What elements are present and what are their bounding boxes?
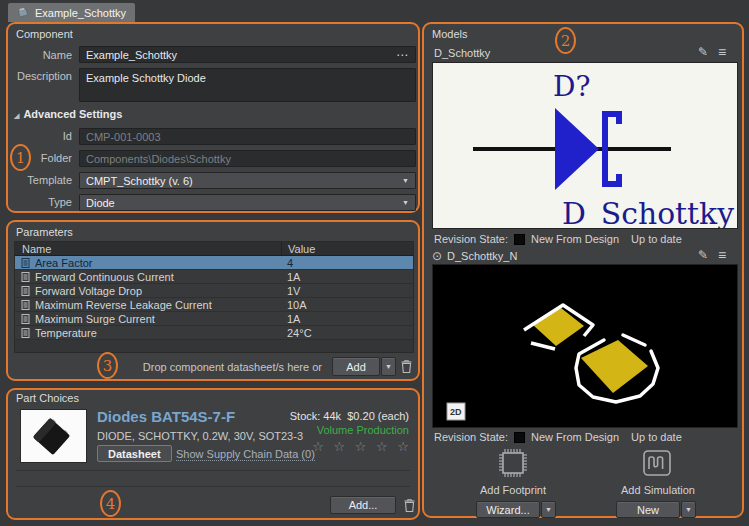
- rating-stars[interactable]: ☆ ☆ ☆ ☆ ☆: [312, 439, 412, 454]
- expand-icon: ◢: [14, 112, 19, 119]
- footprint-menu-icon[interactable]: ≡: [718, 248, 726, 262]
- description-label: Description: [8, 70, 72, 82]
- id-input: CMP-001-0003: [79, 128, 416, 145]
- type-value: Diode: [86, 197, 115, 209]
- type-select[interactable]: Diode ▼: [79, 194, 416, 211]
- parameter-icon: [21, 314, 30, 324]
- chevron-down-icon: ▼: [545, 506, 552, 513]
- name-input[interactable]: Example_Schottky ⋯: [79, 46, 416, 63]
- parameter-icon: [21, 300, 30, 310]
- annotation-circle-4: 4: [100, 490, 121, 517]
- footprint-wizard-button[interactable]: Wizard...: [476, 501, 540, 518]
- description-input[interactable]: Example Schottky Diode: [79, 68, 416, 102]
- parameter-icon: [21, 286, 30, 296]
- supply-chain-link[interactable]: Show Supply Chain Data (0): [176, 448, 315, 461]
- parameter-name: Area Factor: [35, 257, 92, 269]
- add-part-choice-button[interactable]: Add...: [330, 496, 396, 514]
- revision-state-value: New From Design: [531, 233, 619, 245]
- parameter-name: Maximum Surge Current: [35, 313, 155, 325]
- datasheet-button[interactable]: Datasheet: [97, 445, 172, 462]
- id-value: CMP-001-0003: [86, 131, 161, 143]
- template-label: Template: [8, 174, 72, 186]
- parameters-table-header: Name Value: [15, 242, 413, 256]
- chevron-down-icon: ▼: [402, 177, 409, 184]
- part-title[interactable]: Diodes BAT54S-7-F: [97, 408, 235, 425]
- symbol-designator: D?: [553, 70, 590, 103]
- parameter-name: Forward Continuous Current: [35, 271, 174, 283]
- column-name[interactable]: Name: [15, 242, 281, 255]
- models-header: Models: [432, 28, 467, 40]
- add-simulation-label[interactable]: Add Simulation: [593, 484, 723, 496]
- diode-triangle: [555, 108, 599, 190]
- folder-input: Components\Diodes\Schottky: [79, 150, 416, 167]
- folder-value: Components\Diodes\Schottky: [86, 153, 231, 165]
- advanced-settings-header[interactable]: ◢Advanced Settings: [14, 108, 122, 120]
- revision-state-swatch: [514, 432, 525, 443]
- advanced-settings-label: Advanced Settings: [23, 108, 122, 120]
- part-choices-section: Part Choices Diodes BAT54S-7-F DIODE, SC…: [6, 388, 420, 520]
- revision-state-label: Revision State:: [434, 431, 508, 443]
- symbol-revision-line: Revision State: New From Design Up to da…: [434, 233, 682, 245]
- delete-parameter-icon[interactable]: [400, 359, 413, 374]
- table-row[interactable]: Forward Voltage Drop 1V: [15, 284, 413, 298]
- simulation-new-dropdown[interactable]: ▼: [681, 501, 696, 518]
- status-badge: Volume Production: [317, 424, 409, 436]
- description-value: Example Schottky Diode: [86, 72, 206, 84]
- table-row[interactable]: Area Factor 4: [15, 256, 413, 270]
- template-value: CMPT_Schottky (v. 6): [86, 175, 193, 187]
- drop-datasheet-hint: Drop component datasheet/s here or: [143, 361, 322, 373]
- revision-state-label: Revision State:: [434, 233, 508, 245]
- table-row[interactable]: Maximum Reverse Leakage Current 10A: [15, 298, 413, 312]
- part-image: [20, 409, 87, 463]
- delete-part-choice-icon[interactable]: [403, 498, 416, 513]
- parameter-icon: [21, 258, 30, 268]
- add-parameter-dropdown[interactable]: ▼: [381, 357, 396, 376]
- add-simulation-icon[interactable]: [640, 448, 674, 478]
- simulation-new-button[interactable]: New: [616, 501, 680, 518]
- parameter-name: Forward Voltage Drop: [35, 285, 142, 297]
- part-description: DIODE, SCHOTTKY, 0.2W, 30V, SOT23-3: [97, 430, 303, 442]
- symbol-menu-icon[interactable]: ≡: [718, 45, 726, 59]
- parameter-name: Maximum Reverse Leakage Current: [35, 299, 212, 311]
- chevron-down-icon: ▼: [385, 363, 392, 370]
- annotation-circle-2: 2: [555, 27, 576, 54]
- component-section: Component Name Example_Schottky ⋯ Descri…: [6, 22, 420, 213]
- more-button[interactable]: ⋯: [396, 48, 409, 62]
- part-choices-header: Part Choices: [16, 392, 79, 404]
- table-row[interactable]: Temperature 24°C: [15, 326, 413, 340]
- chevron-down-icon: ▼: [402, 199, 409, 206]
- id-label: Id: [8, 130, 72, 142]
- revision-status: Up to date: [631, 233, 682, 245]
- table-row[interactable]: Maximum Surge Current 1A: [15, 312, 413, 326]
- edit-symbol-icon[interactable]: ✎: [698, 46, 708, 58]
- table-row[interactable]: Forward Continuous Current 1A: [15, 270, 413, 284]
- revision-state-value: New From Design: [531, 431, 619, 443]
- add-footprint-label[interactable]: Add Footprint: [448, 484, 578, 496]
- parameter-value: 1V: [281, 285, 300, 297]
- symbol-caption: D_Schottky: [562, 196, 734, 229]
- silkscreen-outline: [623, 335, 645, 345]
- edit-footprint-icon[interactable]: ✎: [698, 249, 708, 261]
- column-value[interactable]: Value: [281, 242, 315, 255]
- models-section: Models D_Schottky ✎ ≡ D? D_Schottky Revi…: [422, 22, 744, 518]
- parameters-section: Parameters Name Value Area Factor 4 Forw…: [6, 220, 420, 381]
- add-parameter-button[interactable]: Add: [332, 357, 380, 376]
- footprint-wizard-dropdown[interactable]: ▼: [541, 501, 556, 518]
- template-select[interactable]: CMPT_Schottky (v. 6) ▼: [79, 172, 416, 189]
- parameter-icon: [21, 272, 30, 282]
- name-label: Name: [8, 49, 72, 61]
- parameter-value: 4: [281, 257, 293, 269]
- revision-state-swatch: [514, 234, 525, 245]
- type-label: Type: [8, 196, 72, 208]
- tab-example-schottky[interactable]: Example_Schottky: [8, 3, 135, 22]
- footprint-revision-line: Revision State: New From Design Up to da…: [434, 431, 682, 443]
- view-2d-toggle[interactable]: 2D: [450, 407, 462, 417]
- add-footprint-icon[interactable]: [496, 445, 530, 481]
- parameter-icon: [21, 328, 30, 338]
- parameter-value: 1A: [281, 271, 300, 283]
- footprint-3d-canvas[interactable]: 2D: [432, 264, 738, 428]
- symbol-model-name: D_Schottky: [434, 47, 490, 59]
- schematic-symbol-canvas[interactable]: D? D_Schottky: [432, 62, 738, 229]
- annotation-circle-1: 1: [10, 144, 31, 171]
- parameters-header: Parameters: [16, 226, 73, 238]
